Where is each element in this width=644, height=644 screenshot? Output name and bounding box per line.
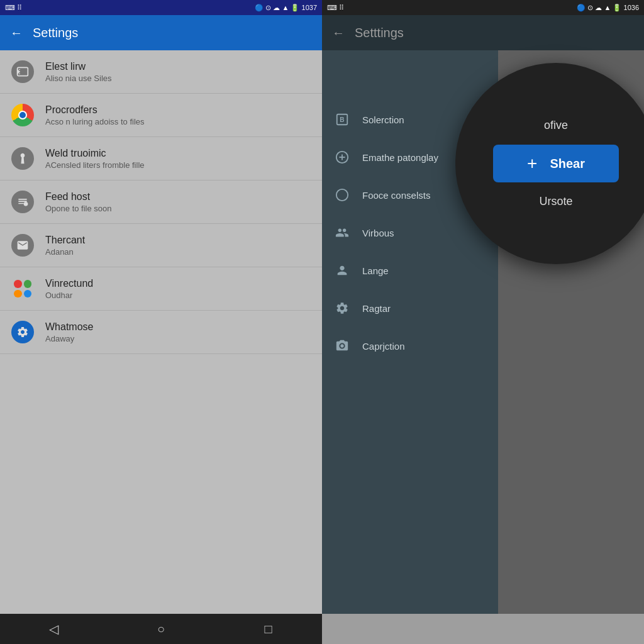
virbous-label: Virbous [362,228,394,238]
svg-point-1 [24,202,28,206]
elest-subtitle: Aliso nia use Siles [45,74,312,83]
procrodfers-title: Procrodfers [45,104,312,116]
right-app-bar: ← Setttings [322,15,644,50]
right-app-bar-title: Setttings [355,26,404,40]
weld-title: Weld truoimic [45,148,312,159]
elest-text: Elest lirw Aliso nia use Siles [45,61,312,83]
drawer-item-caprjction[interactable]: Caprjction [322,327,498,365]
procrodfers-subtitle: Acso n luring adoiss to files [45,117,312,126]
whatmose-icon [10,319,35,345]
settings-item-whatmose[interactable]: Whatmose Adaway [0,311,322,354]
drawer-item-virbous[interactable]: Virbous [322,214,498,252]
feed-subtitle: Opone to file soon [45,204,312,213]
context-menu-ofive-label: ofive [544,119,568,132]
whatmose-subtitle: Adaway [45,334,312,343]
whatmose-title: Whatmose [45,321,312,333]
elest-icon [10,59,35,84]
solerction-label: Solerction [362,114,404,125]
left-home-nav[interactable]: ○ [142,622,180,636]
whatmose-text: Whatmose Adaway [45,321,312,343]
emathe-icon [332,147,352,167]
vinrectund-subtitle: Oudhar [45,291,312,300]
vinrectund-title: Vinrectund [45,278,312,289]
lange-label: Lange [362,265,389,276]
left-back-nav[interactable]: ◁ [35,621,72,636]
ragtar-icon [332,298,352,318]
weld-text: Weld truoimic ACensled liters fromble fi… [45,148,312,170]
vinrectund-text: Vinrectund Oudhar [45,278,312,300]
svg-text:B: B [340,116,344,123]
feed-text: Feed host Opone to file soon [45,191,312,213]
context-menu-ofive[interactable]: ofive [493,114,619,137]
thercant-subtitle: Adanan [45,247,312,257]
fooce-icon [332,185,352,205]
left-status-icons: ⌨ ⠿ [5,4,22,12]
left-status-right: 🔵 ⊙ ☁ ▲ 🔋 1037 [255,4,317,12]
virbous-icon [332,223,352,243]
settings-item-vinrectund[interactable]: Vinrectund Oudhar [0,267,322,311]
lange-icon [332,260,352,280]
weld-icon [10,146,35,171]
settings-item-thercant[interactable]: Thercant Adanan [0,224,322,267]
solerction-icon: B [332,109,352,130]
left-back-button[interactable]: ← [10,26,23,40]
drawer-header [322,50,498,101]
thercant-title: Thercant [45,235,312,246]
left-nav-bar: ◁ ○ □ [0,614,322,644]
fooce-label: Fooce conselsts [362,190,430,201]
right-status-right: 🔵 ⊙ ☁ ▲ 🔋 1036 [577,4,639,12]
context-menu: ofive + Shear Ursote [455,63,644,264]
right-status-bar: ⌨ ⠿ 🔵 ⊙ ☁ ▲ 🔋 1036 [322,0,644,15]
left-status-left-icons: ⌨ ⠿ [5,4,22,12]
context-menu-shear[interactable]: + Shear [493,145,619,182]
context-menu-plus-icon: + [527,153,537,174]
caprjction-label: Caprjction [362,341,405,352]
settings-item-weld[interactable]: Weld truoimic ACensled liters fromble fi… [0,137,322,180]
caprjction-icon [332,336,352,356]
elest-title: Elest lirw [45,61,312,72]
thercant-text: Thercant Adanan [45,235,312,257]
drawer-item-lange[interactable]: Lange [322,252,498,289]
settings-item-feed[interactable]: Feed host Opone to file soon [0,180,322,224]
left-status-bar: ⌨ ⠿ 🔵 ⊙ ☁ ▲ 🔋 1037 [0,0,322,15]
procrodfers-text: Procrodfers Acso n luring adoiss to file… [45,104,312,126]
settings-item-elest[interactable]: Elest lirw Aliso nia use Siles [0,50,322,94]
left-panel: ⌨ ⠿ 🔵 ⊙ ☁ ▲ 🔋 1037 ← Settings Elest lirw [0,0,322,644]
context-menu-shear-label: Shear [550,157,585,171]
left-app-bar-title: Settings [33,26,78,40]
right-status-left-icons: ⌨ ⠿ [327,4,344,12]
context-menu-ursote[interactable]: Ursote [493,190,619,213]
vinrectund-icon [10,276,35,301]
right-back-button[interactable]: ← [332,26,345,40]
context-menu-ursote-label: Ursote [539,195,572,208]
svg-point-7 [336,189,348,201]
settings-item-procrodfers[interactable]: Procrodfers Acso n luring adoiss to file… [0,94,322,137]
left-app-bar: ← Settings [0,15,322,50]
thercant-icon [10,233,35,258]
left-recents-nav[interactable]: □ [250,622,287,636]
weld-subtitle: ACensled liters fromble fille [45,160,312,170]
emathe-label: Emathe patonglay [362,152,438,163]
procrodfers-icon [10,103,35,128]
feed-icon [10,189,35,214]
left-settings-list: Elest lirw Aliso nia use Siles Procrodfe… [0,50,322,614]
right-panel: ⌨ ⠿ 🔵 ⊙ ☁ ▲ 🔋 1036 ← Setttings B Sol [322,0,644,644]
drawer-item-ragtar[interactable]: Ragtar [322,289,498,327]
ragtar-label: Ragtar [362,303,391,314]
feed-title: Feed host [45,191,312,203]
right-status-icons: ⌨ ⠿ [327,4,344,12]
